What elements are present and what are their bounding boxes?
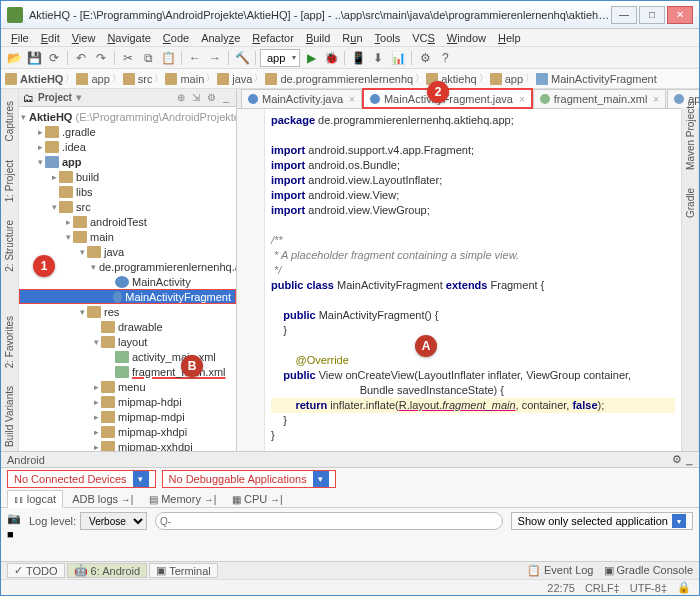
crumb-class[interactable]: MainActivityFragment [536, 73, 657, 85]
crumb-java[interactable]: java [217, 73, 252, 85]
menu-refactor[interactable]: Refactor [246, 32, 300, 44]
redo-icon[interactable]: ↷ [92, 49, 110, 67]
back-icon[interactable]: ← [186, 49, 204, 67]
tree-androidtest[interactable]: ▸androidTest [19, 214, 236, 229]
tool-maven[interactable]: Maven Projects [685, 97, 696, 174]
avd-icon[interactable]: 📱 [349, 49, 367, 67]
log-search-input[interactable] [155, 512, 502, 530]
project-tree[interactable]: ▾AktieHQ (E:\Programming\AndroidProjekte… [19, 107, 236, 451]
undo-icon[interactable]: ↶ [72, 49, 90, 67]
monitor-icon[interactable]: 📊 [389, 49, 407, 67]
tree-mipmap-xxhdpi[interactable]: ▸mipmap-xxhdpi [19, 439, 236, 451]
sdk-icon[interactable]: ⬇ [369, 49, 387, 67]
project-view-icon[interactable]: 🗂 [23, 92, 34, 104]
gradle-console[interactable]: ▣ Gradle Console [604, 564, 694, 577]
maximize-button[interactable]: □ [639, 6, 665, 24]
chevron-down-icon[interactable]: ▾ [672, 514, 686, 528]
subtab-memory[interactable]: ▤ Memory →| [142, 490, 223, 508]
sync-icon[interactable]: ⟳ [45, 49, 63, 67]
hide-icon[interactable]: ⎯ [686, 453, 693, 466]
tree-gradle[interactable]: ▸.gradle [19, 124, 236, 139]
crumb-app[interactable]: app [76, 73, 109, 85]
debug-icon[interactable]: 🐞 [322, 49, 340, 67]
menu-build[interactable]: Build [300, 32, 336, 44]
tool-todo[interactable]: ✓ TODO [7, 563, 65, 578]
close-button[interactable]: ✕ [667, 6, 693, 24]
subtab-logcat[interactable]: ⫾⫾ logcat [7, 490, 63, 508]
help-icon[interactable]: ? [436, 49, 454, 67]
tool-android[interactable]: 🤖 6: Android [67, 563, 148, 578]
code-editor[interactable]: package package de.programmierenlernenhq… [237, 109, 681, 451]
open-icon[interactable]: 📂 [5, 49, 23, 67]
run-icon[interactable]: ▶ [302, 49, 320, 67]
subtab-cpu[interactable]: ▦ CPU →| [225, 490, 289, 508]
menu-run[interactable]: Run [336, 32, 368, 44]
save-icon[interactable]: 💾 [25, 49, 43, 67]
tree-layout[interactable]: ▾layout [19, 334, 236, 349]
tree-mipmap-mdpi[interactable]: ▸mipmap-mdpi [19, 409, 236, 424]
chevron-down-icon[interactable]: ▾ [313, 471, 329, 487]
menu-window[interactable]: Window [441, 32, 492, 44]
tree-drawable[interactable]: drawable [19, 319, 236, 334]
menu-code[interactable]: Code [157, 32, 195, 44]
menu-view[interactable]: View [66, 32, 102, 44]
crumb-apppkg[interactable]: app [490, 73, 523, 85]
subtab-adblogs[interactable]: ADB logs →| [65, 490, 140, 508]
tree-build[interactable]: ▸build [19, 169, 236, 184]
event-log[interactable]: 📋 Event Log [527, 564, 594, 577]
cut-icon[interactable]: ✂ [119, 49, 137, 67]
paste-icon[interactable]: 📋 [159, 49, 177, 67]
tree-mipmap-xhdpi[interactable]: ▸mipmap-xhdpi [19, 424, 236, 439]
menu-edit[interactable]: Edit [35, 32, 66, 44]
tool-terminal[interactable]: ▣ Terminal [149, 563, 218, 578]
tree-root[interactable]: ▾AktieHQ (E:\Programming\AndroidProjekte… [19, 109, 236, 124]
tree-menu[interactable]: ▸menu [19, 379, 236, 394]
tree-main[interactable]: ▾main [19, 229, 236, 244]
tab-mainactivity[interactable]: MainActivity.java× [241, 89, 362, 108]
minimize-button[interactable]: — [611, 6, 637, 24]
devices-combo[interactable]: No Connected Devices▾ [7, 470, 156, 488]
line-separator[interactable]: CRLF‡ [585, 582, 620, 594]
run-config-combo[interactable]: app [260, 49, 300, 67]
file-encoding[interactable]: UTF-8‡ [630, 582, 667, 594]
gear-icon[interactable]: ⚙ [205, 92, 217, 104]
code-body[interactable]: package package de.programmierenlernenhq… [265, 109, 681, 451]
record-icon[interactable]: ■ [7, 528, 21, 540]
forward-icon[interactable]: → [206, 49, 224, 67]
tree-src[interactable]: ▾src [19, 199, 236, 214]
filter-button[interactable]: Show only selected application▾ [511, 512, 693, 530]
tree-mainactivity[interactable]: MainActivity [19, 274, 236, 289]
tool-captures[interactable]: Captures [4, 97, 15, 146]
crumb-pkg[interactable]: de.programmierenlernenhq [265, 73, 413, 85]
tool-favorites[interactable]: 2: Favorites [4, 312, 15, 372]
loglevel-select[interactable]: Verbose [80, 512, 147, 530]
tree-idea[interactable]: ▸.idea [19, 139, 236, 154]
tree-mipmap-hdpi[interactable]: ▸mipmap-hdpi [19, 394, 236, 409]
screenshot-icon[interactable]: 📷 [7, 512, 21, 525]
collapse-icon[interactable]: ⇲ [190, 92, 202, 104]
tree-mainactivityfragment[interactable]: MainActivityFragment [19, 289, 236, 304]
gear-icon[interactable]: ⚙ [672, 453, 682, 466]
tree-java[interactable]: ▾java [19, 244, 236, 259]
tree-app[interactable]: ▾app [19, 154, 236, 169]
hide-icon[interactable]: ⎯ [220, 92, 232, 104]
menu-analyze[interactable]: Analyze [195, 32, 246, 44]
close-icon[interactable]: × [653, 94, 659, 105]
crumb-main[interactable]: main [165, 73, 204, 85]
menu-navigate[interactable]: Navigate [101, 32, 156, 44]
apps-combo[interactable]: No Debuggable Applications▾ [162, 470, 336, 488]
tool-gradle[interactable]: Gradle [685, 184, 696, 222]
copy-icon[interactable]: ⧉ [139, 49, 157, 67]
tree-res[interactable]: ▾res [19, 304, 236, 319]
menu-vcs[interactable]: VCS [406, 32, 441, 44]
scroll-from-source-icon[interactable]: ⊕ [175, 92, 187, 104]
tool-build-variants[interactable]: Build Variants [4, 382, 15, 451]
menu-tools[interactable]: Tools [369, 32, 407, 44]
tree-activity-main-xml[interactable]: activity_main.xml [19, 349, 236, 364]
tool-structure[interactable]: 2: Structure [4, 216, 15, 276]
menu-file[interactable]: File [5, 32, 35, 44]
close-icon[interactable]: × [519, 94, 525, 105]
close-icon[interactable]: × [349, 94, 355, 105]
tool-project[interactable]: 1: Project [4, 156, 15, 206]
settings-icon[interactable]: ⚙ [416, 49, 434, 67]
